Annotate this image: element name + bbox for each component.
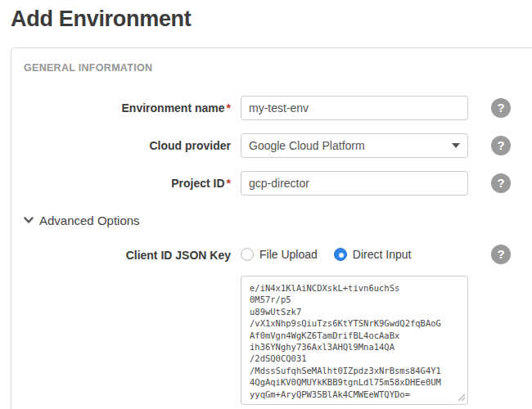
- page-title: Add Environment: [11, 7, 532, 32]
- cloud-provider-row: Cloud provider Google Cloud Platform ?: [24, 133, 532, 158]
- help-icon[interactable]: ?: [491, 98, 511, 118]
- environment-name-input[interactable]: [241, 96, 468, 120]
- cloud-provider-selected-value: Google Cloud Platform: [249, 139, 365, 152]
- key-textarea-row: e/iN4x1KlAiNCDXskL+tivn6uchSs 0M57r/p5 u…: [24, 276, 532, 408]
- help-icon[interactable]: ?: [491, 136, 511, 155]
- environment-name-label: Environment name*: [24, 101, 231, 115]
- environment-name-row: Environment name* ?: [24, 96, 532, 120]
- help-icon[interactable]: ?: [491, 173, 511, 193]
- help-icon[interactable]: ?: [491, 245, 511, 264]
- cloud-provider-select[interactable]: Google Cloud Platform: [241, 133, 468, 158]
- cloud-provider-label: Cloud provider: [24, 139, 231, 152]
- chevron-down-icon: [24, 217, 34, 224]
- radio-off-icon[interactable]: [241, 248, 254, 261]
- project-id-row: Project ID* ?: [24, 171, 532, 196]
- dropdown-caret-icon: [452, 143, 460, 148]
- section-heading: GENERAL INFORMATION: [24, 62, 532, 74]
- radio-direct-input[interactable]: Direct Input: [334, 248, 412, 261]
- advanced-options-label: Advanced Options: [39, 213, 140, 227]
- radio-file-upload[interactable]: File Upload: [241, 248, 318, 261]
- advanced-options-toggle[interactable]: Advanced Options: [24, 213, 532, 227]
- key-input-mode-radio-group: File Upload Direct Input: [241, 243, 468, 261]
- project-id-input[interactable]: [241, 171, 468, 196]
- project-id-label: Project ID*: [24, 177, 231, 190]
- required-asterisk: *: [227, 177, 231, 190]
- required-asterisk: *: [227, 101, 231, 115]
- general-information-panel: GENERAL INFORMATION Environment name* ? …: [11, 47, 532, 409]
- client-id-json-key-row: Client ID JSON Key File Upload Direct In…: [24, 243, 532, 264]
- client-id-json-key-label: Client ID JSON Key: [24, 243, 231, 262]
- client-id-json-key-textarea[interactable]: e/iN4x1KlAiNCDXskL+tivn6uchSs 0M57r/p5 u…: [241, 276, 468, 405]
- radio-on-icon[interactable]: [334, 248, 347, 261]
